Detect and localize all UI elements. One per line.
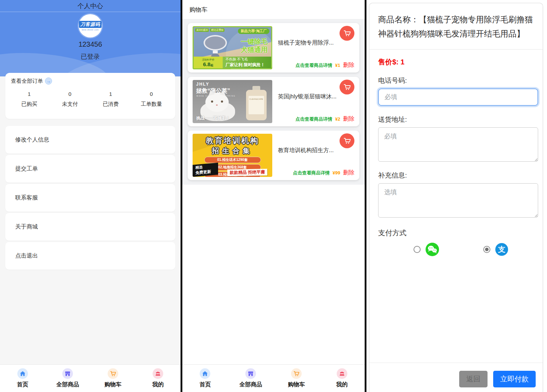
profile-menu: 修改个人信息 提交工单 联系客服 关于商城 点击退出 xyxy=(5,126,175,270)
svg-text:支: 支 xyxy=(498,245,506,253)
tab-mine[interactable]: 我的 xyxy=(319,368,365,388)
cart-page-title: 购物车 xyxy=(182,0,365,19)
home-icon xyxy=(17,368,28,379)
cart-item-title[interactable]: 教育培训机构招生方... xyxy=(278,147,342,154)
payment-option-alipay[interactable]: 支 xyxy=(483,243,508,256)
view-all-orders-label: 查看全部订单 xyxy=(11,78,43,85)
stat-consumed-label: 已消费 xyxy=(90,101,131,108)
menu-item-submit-ticket[interactable]: 提交工单 xyxy=(5,155,175,183)
view-detail-link[interactable]: 点击查看商品详情 xyxy=(296,116,332,122)
pay-now-button[interactable]: 立即付款 xyxy=(493,371,536,387)
menu-item-logout[interactable]: 点击退出 xyxy=(5,242,175,270)
phone-label: 电话号码: xyxy=(378,76,534,85)
cart-item-price: ¥99 xyxy=(332,170,340,175)
ad-headline1: 一键除毛 xyxy=(241,38,268,46)
tab-home-label: 首页 xyxy=(199,381,211,388)
sale-price: 售价$: 1 xyxy=(378,57,534,67)
edu-ad-art: 教育培训机构 招生合集 01.招生话术1290套 02.地推招生368套 03.… xyxy=(193,134,272,177)
ad-promo2: 厂家让利 限时疯抢！ xyxy=(226,62,271,68)
product-image-shampoo[interactable]: JHLY 拯救“蒲公英” MAKE CATS LOVE BATHING xyxy=(193,80,272,123)
wechat-radio[interactable] xyxy=(414,246,421,253)
checkout-form: 商品名称：【猫梳子宠物专用除浮毛刷撸猫神器针梳狗狗猫咪毛发清理开结毛用品】 售价… xyxy=(369,3,543,363)
stat-consumed: 1 已消费 xyxy=(90,91,131,108)
cart-item-price: ¥2 xyxy=(335,116,340,122)
back-button[interactable]: 返回 xyxy=(459,371,488,387)
menu-item-edit-profile[interactable]: 修改个人信息 xyxy=(5,126,175,154)
cart-badge-icon[interactable] xyxy=(340,26,354,41)
profile-hero: 刀客源码 www.dkewl.com 123456 已登录 xyxy=(0,12,181,76)
screen: 个人中心 刀客源码 www.dkewl.com 123456 已登录 查看全部订… xyxy=(0,0,547,392)
stat-purchased: 1 已购买 xyxy=(9,91,50,108)
extra-info-label: 补充信息: xyxy=(378,171,534,180)
brush-ad-art: 满300减30 赠送运费险 新品力荐·淘工厂 一键除毛 犬猫通用 xyxy=(193,26,272,69)
product-name-label: 商品名称： xyxy=(378,15,419,24)
cart-icon xyxy=(108,368,118,379)
payment-option-wechat[interactable] xyxy=(414,243,439,256)
address-textarea[interactable] xyxy=(378,127,538,162)
cart-item-title[interactable]: 猫梳子宠物专用除浮... xyxy=(278,39,342,47)
tab-all-products-label: 全部商品 xyxy=(56,381,79,388)
ad-title1: 教育培训机构 xyxy=(193,136,272,146)
tab-cart[interactable]: 购物车 xyxy=(274,368,319,388)
delete-item-link[interactable]: 删除 xyxy=(343,169,354,177)
cart-badge-icon[interactable] xyxy=(340,133,354,148)
stat-unpaid-label: 未支付 xyxy=(50,101,90,108)
product-image-education[interactable]: 教育培训机构 招生合集 01.招生话术1290套 02.地推招生368套 03.… xyxy=(193,134,272,177)
ad-slogan: 款款精品 拒绝平庸 xyxy=(227,169,267,176)
ad-promo1: 不伤肤 不飞毛 xyxy=(226,57,271,62)
store-icon xyxy=(62,368,73,379)
cart-item-shampoo: JHLY 拯救“蒲公英” MAKE CATS LOVE BATHING xyxy=(188,77,359,126)
delete-item-link[interactable]: 删除 xyxy=(343,115,354,123)
delete-item-link[interactable]: 删除 xyxy=(343,62,354,69)
tab-all-products-label: 全部商品 xyxy=(239,381,262,388)
tab-cart[interactable]: 购物车 xyxy=(90,368,136,388)
tab-home[interactable]: 首页 xyxy=(182,368,228,388)
phone-input[interactable] xyxy=(378,88,538,106)
ad-challenge: 挑战——不掉毛！ xyxy=(196,115,230,121)
checkout-panel: 商品名称：【猫梳子宠物专用除浮毛刷撸猫神器针梳狗狗猫咪毛发清理开结毛用品】 售价… xyxy=(366,0,547,392)
ad-topright-label: 新品力荐·淘工厂 xyxy=(238,28,269,34)
cart-list: 满300减30 赠送运费险 新品力荐·淘工厂 一键除毛 犬猫通用 xyxy=(182,19,365,185)
tab-home[interactable]: 首页 xyxy=(0,368,45,388)
view-detail-link[interactable]: 点击查看商品详情 xyxy=(296,62,332,69)
ad-badge: 赠送运费险 xyxy=(210,28,224,32)
order-stats: 1 已购买 0 未支付 1 已消费 0 工单数量 xyxy=(9,91,172,108)
alipay-radio[interactable] xyxy=(483,246,490,253)
login-status: 已登录 xyxy=(0,52,181,61)
ad-title2: 招生合集 xyxy=(193,146,272,156)
checkout-dialog: 商品名称：【猫梳子宠物专用除浮毛刷撸猫神器针梳狗狗猫咪毛发清理开结毛用品】 售价… xyxy=(369,3,543,392)
view-detail-link[interactable]: 点击查看商品详情 xyxy=(293,170,330,176)
people-icon xyxy=(337,368,347,379)
menu-item-contact-support[interactable]: 联系客服 xyxy=(5,184,175,212)
menu-item-about-mall[interactable]: 关于商城 xyxy=(5,213,175,241)
view-all-orders-link[interactable]: 查看全部订单 → xyxy=(9,77,172,85)
cart-badge-icon[interactable] xyxy=(340,80,354,94)
cart-item-price: ¥1 xyxy=(335,63,340,68)
wechat-icon xyxy=(426,243,439,256)
cart-item-title[interactable]: 英国jhly银渐层猫咪沐... xyxy=(278,93,342,100)
tab-all-products[interactable]: 全部商品 xyxy=(228,368,274,388)
stat-purchased-label: 已购买 xyxy=(9,101,50,108)
tabbar: 首页 全部商品 购物车 我的 xyxy=(0,364,181,392)
orders-card: 查看全部订单 → 1 已购买 0 未支付 1 已消费 0 工单数量 xyxy=(5,73,175,119)
alipay-icon: 支 xyxy=(495,243,508,256)
bottle-graphic: CLEAN&CARE xyxy=(246,86,267,120)
tab-all-products[interactable]: 全部商品 xyxy=(45,368,91,388)
cat-ad-art: JHLY 拯救“蒲公英” MAKE CATS LOVE BATHING xyxy=(193,80,272,123)
extra-info-textarea[interactable] xyxy=(378,183,538,218)
tabbar: 首页 全部商品 购物车 我的 xyxy=(182,364,365,392)
tab-mine[interactable]: 我的 xyxy=(136,368,181,388)
username: 123456 xyxy=(0,40,181,48)
profile-page-title: 个人中心 xyxy=(0,0,181,12)
avatar: 刀客源码 www.dkewl.com xyxy=(79,14,102,38)
cart-item-brush: 满300减30 赠送运费险 新品力荐·淘工厂 一键除毛 犬猫通用 xyxy=(188,23,359,73)
ad-bar1: 01.招生话术1290套 xyxy=(204,157,261,163)
people-icon xyxy=(153,368,163,379)
cart-icon xyxy=(291,368,302,379)
tab-mine-label: 我的 xyxy=(336,381,348,388)
bottle-label: CLEAN&CARE xyxy=(249,96,264,114)
tab-cart-label: 购物车 xyxy=(288,381,305,388)
stat-tickets: 0 工单数量 xyxy=(131,91,172,108)
cart-item-education: 教育培训机构 招生合集 01.招生话术1290套 02.地推招生368套 03.… xyxy=(188,131,359,180)
product-image-brush[interactable]: 满300减30 赠送运费险 新品力荐·淘工厂 一键除毛 犬猫通用 xyxy=(193,26,272,69)
